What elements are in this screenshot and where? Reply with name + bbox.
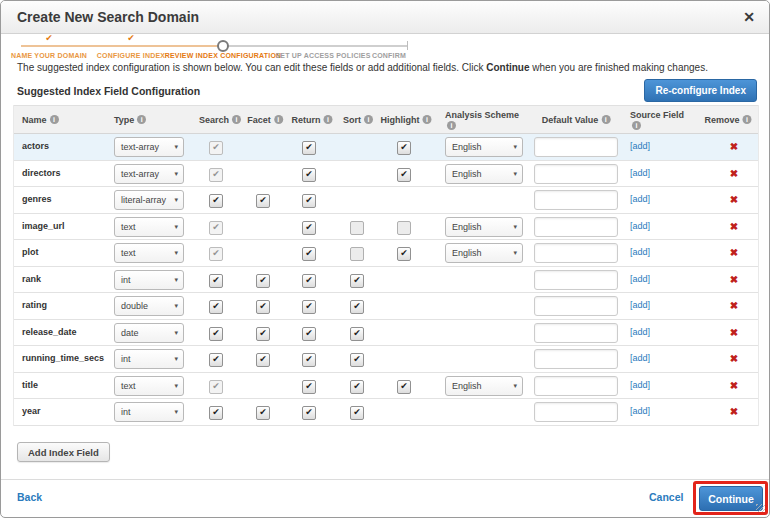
remove-field-icon[interactable]: ✖: [730, 346, 738, 371]
remove-field-icon[interactable]: ✖: [730, 161, 738, 186]
column-header-search: Searchi: [199, 106, 241, 134]
selected-option-label: English: [452, 248, 482, 258]
type-select[interactable]: text-array▾: [114, 164, 184, 184]
remove-field-icon[interactable]: ✖: [730, 214, 738, 239]
close-icon[interactable]: ✕: [743, 1, 755, 33]
return-checkbox[interactable]: ✔: [302, 168, 316, 182]
cancel-link[interactable]: Cancel: [649, 491, 683, 503]
sort-checkbox[interactable]: ✔: [350, 327, 364, 341]
return-checkbox[interactable]: ✔: [302, 327, 316, 341]
facet-checkbox[interactable]: ✔: [256, 353, 270, 367]
analysis-scheme-select[interactable]: English▾: [445, 164, 523, 184]
add-index-field-button[interactable]: Add Index Field: [17, 442, 110, 462]
default-value-input[interactable]: [534, 217, 618, 237]
search-checkbox[interactable]: ✔: [209, 327, 223, 341]
column-header-sort: Sorti: [343, 106, 373, 134]
type-select[interactable]: text▾: [114, 243, 184, 263]
sort-checkbox[interactable]: ✔: [350, 380, 364, 394]
default-value-input[interactable]: [534, 243, 618, 263]
default-value-input[interactable]: [534, 270, 618, 290]
highlight-checkbox[interactable]: ✔: [397, 247, 411, 261]
search-checkbox[interactable]: ✔: [209, 194, 223, 208]
sort-checkbox[interactable]: [350, 247, 364, 261]
wizard-progress-line-complete: [21, 45, 223, 47]
return-checkbox[interactable]: ✔: [302, 274, 316, 288]
type-select[interactable]: literal-array▾: [114, 190, 184, 210]
facet-checkbox[interactable]: ✔: [256, 274, 270, 288]
default-value-input[interactable]: [534, 323, 618, 343]
highlight-checkbox[interactable]: ✔: [397, 168, 411, 182]
source-field-add-link[interactable]: [add]: [630, 214, 650, 239]
remove-field-icon[interactable]: ✖: [730, 240, 738, 265]
return-checkbox[interactable]: ✔: [302, 380, 316, 394]
remove-field-icon[interactable]: ✖: [730, 293, 738, 318]
highlight-checkbox[interactable]: ✔: [397, 380, 411, 394]
continue-button[interactable]: Continue: [699, 486, 763, 511]
resize-grip-icon[interactable]: [756, 504, 767, 515]
remove-field-icon[interactable]: ✖: [730, 134, 738, 159]
source-field-add-link[interactable]: [add]: [630, 293, 650, 318]
return-checkbox[interactable]: ✔: [302, 300, 316, 314]
type-select[interactable]: double▾: [114, 296, 184, 316]
field-name: directors: [22, 161, 61, 186]
back-link[interactable]: Back: [17, 491, 42, 503]
source-field-add-link[interactable]: [add]: [630, 320, 650, 345]
return-checkbox[interactable]: ✔: [302, 353, 316, 367]
facet-checkbox[interactable]: ✔: [256, 300, 270, 314]
source-field-add-link[interactable]: [add]: [630, 240, 650, 265]
analysis-scheme-select[interactable]: English▾: [445, 217, 523, 237]
source-field-add-link[interactable]: [add]: [630, 399, 650, 424]
reconfigure-index-button[interactable]: Re-configure Index: [644, 79, 757, 102]
type-select[interactable]: date▾: [114, 323, 184, 343]
type-select[interactable]: text-array▾: [114, 137, 184, 157]
search-checkbox[interactable]: ✔: [209, 300, 223, 314]
return-checkbox[interactable]: ✔: [302, 194, 316, 208]
return-checkbox[interactable]: ✔: [302, 406, 316, 420]
search-checkbox[interactable]: ✔: [209, 353, 223, 367]
type-select[interactable]: text▾: [114, 376, 184, 396]
analysis-scheme-select[interactable]: English▾: [445, 137, 523, 157]
facet-checkbox[interactable]: ✔: [256, 327, 270, 341]
sort-checkbox[interactable]: [350, 221, 364, 235]
source-field-add-link[interactable]: [add]: [630, 346, 650, 371]
source-field-add-link[interactable]: [add]: [630, 187, 650, 212]
source-field-add-link[interactable]: [add]: [630, 373, 650, 398]
sort-checkbox[interactable]: ✔: [350, 353, 364, 367]
default-value-input[interactable]: [534, 137, 618, 157]
default-value-input[interactable]: [534, 164, 618, 184]
default-value-input[interactable]: [534, 190, 618, 210]
source-field-add-link[interactable]: [add]: [630, 267, 650, 292]
source-field-add-link[interactable]: [add]: [630, 134, 650, 159]
sort-checkbox[interactable]: ✔: [350, 300, 364, 314]
sort-checkbox[interactable]: ✔: [350, 274, 364, 288]
return-checkbox[interactable]: ✔: [302, 141, 316, 155]
search-checkbox[interactable]: ✔: [209, 274, 223, 288]
sort-checkbox[interactable]: ✔: [350, 406, 364, 420]
return-checkbox[interactable]: ✔: [302, 247, 316, 261]
default-value-input[interactable]: [534, 349, 618, 369]
type-select[interactable]: int▾: [114, 349, 184, 369]
remove-field-icon[interactable]: ✖: [730, 267, 738, 292]
type-select[interactable]: int▾: [114, 270, 184, 290]
source-field-add-link[interactable]: [add]: [630, 161, 650, 186]
default-value-input[interactable]: [534, 376, 618, 396]
highlight-checkbox[interactable]: [397, 221, 411, 235]
remove-field-icon[interactable]: ✖: [730, 187, 738, 212]
default-value-input[interactable]: [534, 296, 618, 316]
analysis-scheme-select[interactable]: English▾: [445, 376, 523, 396]
remove-field-icon[interactable]: ✖: [730, 399, 738, 424]
search-checkbox[interactable]: ✔: [209, 406, 223, 420]
type-select[interactable]: int▾: [114, 402, 184, 422]
facet-checkbox[interactable]: ✔: [256, 194, 270, 208]
remove-field-icon[interactable]: ✖: [730, 320, 738, 345]
selected-option-label: text-array: [121, 169, 159, 179]
selected-option-label: date: [121, 328, 139, 338]
type-select[interactable]: text▾: [114, 217, 184, 237]
return-checkbox[interactable]: ✔: [302, 221, 316, 235]
field-name: release_date: [22, 320, 77, 345]
default-value-input[interactable]: [534, 402, 618, 422]
analysis-scheme-select[interactable]: English▾: [445, 243, 523, 263]
highlight-checkbox[interactable]: ✔: [397, 141, 411, 155]
remove-field-icon[interactable]: ✖: [730, 373, 738, 398]
facet-checkbox[interactable]: ✔: [256, 406, 270, 420]
